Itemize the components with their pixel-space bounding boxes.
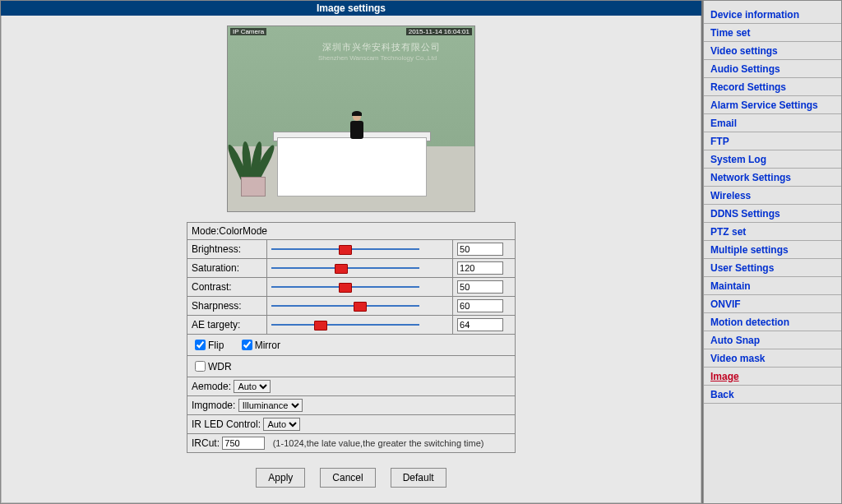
irled-label: IR LED Control: xyxy=(192,418,261,430)
ircut-hint: (1-1024,the late value,the greater the s… xyxy=(273,438,484,448)
camera-preview: 深圳市兴华安科技有限公司 Shenzhen Wanscam Technology… xyxy=(227,25,475,212)
mirror-checkbox-wrap[interactable]: Mirror xyxy=(238,337,280,353)
sidebar-item-user-settings[interactable]: User Settings xyxy=(704,259,841,277)
apply-button[interactable]: Apply xyxy=(256,468,305,488)
wdr-checkbox-wrap[interactable]: WDR xyxy=(192,358,232,374)
wall-text-cn: 深圳市兴华安科技有限公司 xyxy=(322,41,441,53)
wall-text-en: Shenzhen Wanscam Technology Co.,Ltd xyxy=(318,54,437,62)
button-row: Apply Cancel Default xyxy=(256,468,446,488)
ircut-label: IRCut: xyxy=(192,437,220,449)
sidebar-item-multiple-settings[interactable]: Multiple settings xyxy=(704,241,841,259)
brightness-label: Brightness: xyxy=(187,240,267,259)
imgmode-select[interactable]: Illuminance xyxy=(238,399,303,412)
mode-label: Mode:ColorMode xyxy=(187,223,516,240)
ae-target-label: AE targety: xyxy=(187,316,267,335)
sidebar-item-auto-snap[interactable]: Auto Snap xyxy=(704,331,841,349)
settings-table: Mode:ColorMode Brightness: Saturation: C… xyxy=(187,222,516,453)
sidebar-item-system-log[interactable]: System Log xyxy=(704,150,841,169)
imgmode-label: Imgmode: xyxy=(192,400,235,411)
sidebar-item-maintain[interactable]: Maintain xyxy=(704,277,841,295)
sidebar-item-video-mask[interactable]: Video mask xyxy=(704,349,841,368)
flip-checkbox-wrap[interactable]: Flip xyxy=(192,337,224,353)
cancel-button[interactable]: Cancel xyxy=(320,468,375,488)
sidebar-item-time-set[interactable]: Time set xyxy=(704,24,841,42)
sidebar-item-ptz-set[interactable]: PTZ set xyxy=(704,223,841,241)
ae-target-slider[interactable] xyxy=(271,319,419,331)
page-title: Image settings xyxy=(1,1,701,16)
flip-label: Flip xyxy=(208,340,224,351)
brightness-slider[interactable] xyxy=(271,243,419,255)
ircut-value[interactable] xyxy=(222,437,265,450)
wdr-label: WDR xyxy=(208,361,232,372)
irled-select[interactable]: Auto xyxy=(263,418,300,431)
contrast-label: Contrast: xyxy=(187,278,267,297)
sharpness-value[interactable] xyxy=(457,299,503,312)
sidebar-item-image[interactable]: Image xyxy=(704,368,841,386)
wdr-checkbox[interactable] xyxy=(195,361,206,372)
sidebar: Device informationTime setVideo settings… xyxy=(703,1,841,503)
sidebar-item-alarm-service-settings[interactable]: Alarm Service Settings xyxy=(704,96,841,114)
sidebar-item-back[interactable]: Back xyxy=(704,386,841,404)
saturation-label: Saturation: xyxy=(187,259,267,278)
contrast-value[interactable] xyxy=(457,280,503,294)
saturation-slider[interactable] xyxy=(271,262,419,274)
aemode-label: Aemode: xyxy=(192,381,231,392)
sharpness-slider[interactable] xyxy=(271,300,419,312)
flip-checkbox[interactable] xyxy=(195,340,206,350)
camera-label-overlay: IP Camera xyxy=(230,28,266,35)
mirror-checkbox[interactable] xyxy=(242,340,252,350)
sidebar-item-onvif[interactable]: ONVIF xyxy=(704,295,841,313)
main-panel: Image settings 深圳市兴华安科技有限公司 Shenzhen Wan… xyxy=(1,1,703,503)
contrast-slider[interactable] xyxy=(271,281,419,293)
app-window: Image settings 深圳市兴华安科技有限公司 Shenzhen Wan… xyxy=(0,0,842,504)
sidebar-item-ddns-settings[interactable]: DDNS Settings xyxy=(704,205,841,223)
sidebar-item-audio-settings[interactable]: Audio Settings xyxy=(704,60,841,78)
sidebar-item-motion-detection[interactable]: Motion detection xyxy=(704,313,841,331)
sidebar-item-device-information[interactable]: Device information xyxy=(704,6,841,24)
sharpness-label: Sharpness: xyxy=(187,297,267,316)
sidebar-item-record-settings[interactable]: Record Settings xyxy=(704,78,841,96)
ae-target-value[interactable] xyxy=(457,318,503,331)
sidebar-item-video-settings[interactable]: Video settings xyxy=(704,42,841,60)
sidebar-item-wireless[interactable]: Wireless xyxy=(704,187,841,205)
sidebar-item-ftp[interactable]: FTP xyxy=(704,132,841,150)
content-area: 深圳市兴华安科技有限公司 Shenzhen Wanscam Technology… xyxy=(1,16,701,503)
brightness-value[interactable] xyxy=(457,243,503,256)
saturation-value[interactable] xyxy=(457,261,503,275)
timestamp-overlay: 2015-11-14 16:04:01 xyxy=(406,28,472,35)
sidebar-item-email[interactable]: Email xyxy=(704,114,841,132)
default-button[interactable]: Default xyxy=(391,468,446,488)
mirror-label: Mirror xyxy=(255,340,280,351)
sidebar-item-network-settings[interactable]: Network Settings xyxy=(704,169,841,187)
aemode-select[interactable]: Auto xyxy=(234,380,271,393)
